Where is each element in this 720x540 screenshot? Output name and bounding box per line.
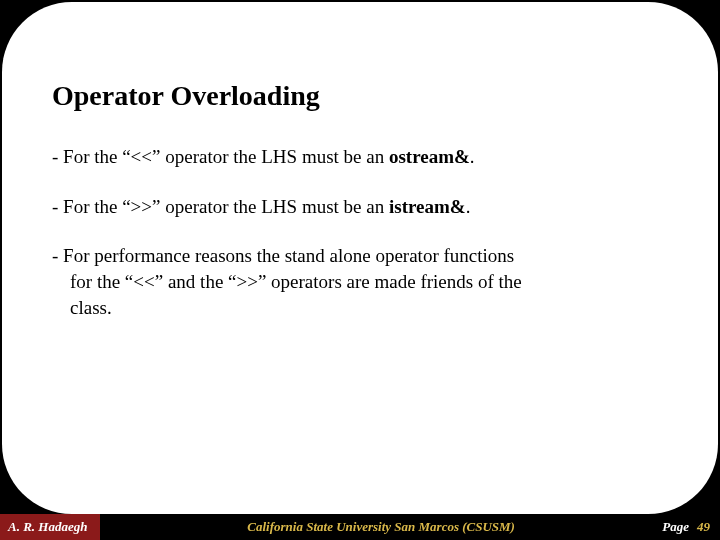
slide-title: Operator Overloading [52,80,668,112]
bullet-1: - For the “<<” operator the LHS must be … [52,144,668,170]
bullet-3-line3: class. [52,295,668,321]
bullet-2-bold: istream& [389,196,466,217]
bullet-1-post: . [470,146,475,167]
footer-author: A. R. Hadaegh [0,514,100,540]
bullet-2-pre: - For the “>>” operator the LHS must be … [52,196,389,217]
bullet-2: - For the “>>” operator the LHS must be … [52,194,668,220]
bullet-2-post: . [466,196,471,217]
bullet-1-bold: ostream& [389,146,470,167]
footer: A. R. Hadaegh California State Universit… [0,514,720,540]
bullet-3-line2: for the “<<” and the “>>” operators are … [52,269,668,295]
content-box: Operator Overloading - For the “<<” oper… [2,2,718,514]
bullet-3: - For performance reasons the stand alon… [52,243,668,320]
footer-page-number: 49 [693,519,720,535]
footer-center: California State University San Marcos (… [100,519,662,535]
footer-page-label: Page [662,519,693,535]
slide: Operator Overloading - For the “<<” oper… [0,0,720,540]
bullet-3-line1: - For performance reasons the stand alon… [52,245,514,266]
bullet-1-pre: - For the “<<” operator the LHS must be … [52,146,389,167]
